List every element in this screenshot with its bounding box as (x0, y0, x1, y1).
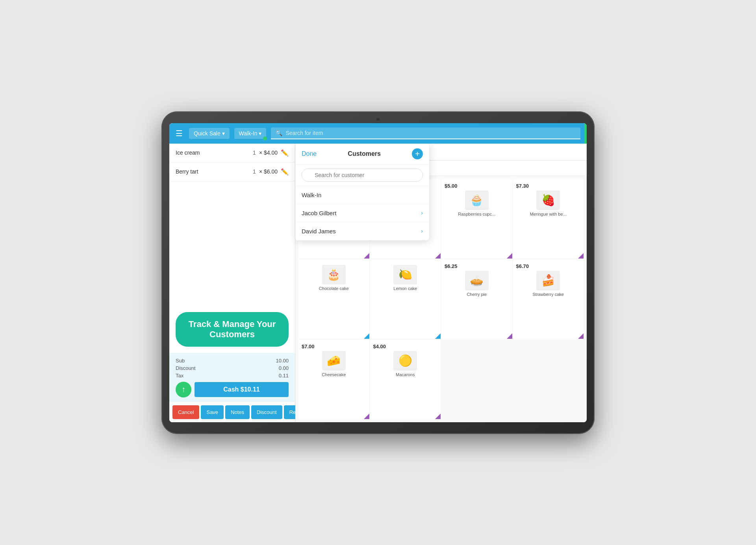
discount-value: 0.00 (279, 365, 289, 371)
product-card-lemon-cake[interactable]: 🍋 Lemon cake (370, 259, 441, 339)
product-tag (578, 333, 584, 339)
cash-button[interactable]: Cash $10.11 (195, 382, 289, 397)
chevron-icon: › (421, 228, 423, 234)
tax-row: Tax 0.11 (176, 373, 289, 379)
order-item: Ice cream 1 × $4.00 ✏️ (169, 144, 295, 163)
order-item: Berry tart 1 × $6.00 ✏️ (169, 163, 295, 181)
quick-sale-button[interactable]: Quick Sale ▾ (189, 128, 230, 139)
item-qty-berry-tart: 1 (253, 168, 256, 175)
product-card[interactable]: $7.30 🍓 Meringue with be... (513, 179, 584, 259)
customer-search-input[interactable] (302, 168, 423, 182)
add-customer-button[interactable]: + (412, 148, 423, 159)
product-image: 🧀 (322, 351, 346, 371)
search-icon: 🔍 (276, 130, 282, 136)
customer-jacob-gilbert[interactable]: Jacob Gilbert › (295, 204, 429, 222)
hamburger-icon[interactable]: ☰ (176, 129, 183, 138)
track-banner-text: Track & Manage Your Customers (189, 319, 276, 339)
product-tag (435, 253, 441, 259)
product-name: Meringue with be... (530, 212, 567, 217)
green-accent-bar (584, 123, 587, 144)
product-image: 🧁 (465, 190, 489, 210)
chevron-icon: › (421, 210, 423, 216)
product-price: $6.25 (445, 263, 458, 269)
customer-dropdown: Done Customers + Walk-In Jacob Gilbert (295, 144, 429, 240)
product-card[interactable]: $6.25 🥧 Cherry pie (441, 259, 512, 339)
action-buttons: Cancel Save Notes Discount Reprint More (169, 402, 295, 422)
top-bar: ☰ Quick Sale ▾ Walk-In ▾ 🔍 (169, 123, 587, 144)
product-image: 🍓 (536, 190, 560, 210)
product-name: Macarons (396, 372, 415, 377)
product-card[interactable]: $5.00 🧁 Raspberries cupc... (441, 179, 512, 259)
product-card[interactable]: $4.00 🟡 Macarons (370, 340, 441, 419)
product-tag (578, 253, 584, 259)
sub-value: 10.00 (276, 358, 289, 364)
product-card-chocolate-cake[interactable]: 🎂 Chocolate cake (298, 259, 369, 339)
product-image: 🟡 (393, 351, 417, 371)
customers-title: Customers (317, 150, 412, 157)
product-price: $7.30 (516, 183, 529, 189)
customer-name-david: David James (302, 228, 421, 235)
item-qty-ice-cream: 1 (253, 150, 256, 156)
cash-up-button[interactable]: ↑ (176, 382, 191, 397)
product-tag (507, 333, 512, 339)
product-image: 🍰 (536, 271, 560, 290)
walk-in-status-dot (263, 137, 267, 140)
customer-name-jacob: Jacob Gilbert (302, 210, 421, 216)
customer-walk-in[interactable]: Walk-In (295, 186, 429, 204)
item-search-input[interactable] (285, 130, 576, 136)
save-button[interactable]: Save (201, 405, 224, 419)
product-name: Raspberries cupc... (458, 212, 495, 217)
product-name-lemon-cake: Lemon cake (393, 286, 417, 291)
product-price: $6.70 (516, 263, 529, 269)
order-items-list: Ice cream 1 × $4.00 ✏️ Berry tart 1 × $6… (169, 144, 295, 306)
product-tag (435, 333, 441, 339)
discount-label: Discount (176, 365, 196, 371)
dropdown-header: Done Customers + (295, 144, 429, 164)
done-button[interactable]: Done (302, 150, 317, 157)
sub-total-row: Sub 10.00 (176, 358, 289, 364)
totals-section: Sub 10.00 Discount 0.00 Tax 0.11 ↑ Cash … (169, 353, 295, 402)
product-image: 🥧 (465, 271, 489, 290)
edit-icon-ice-cream[interactable]: ✏️ (281, 149, 289, 157)
left-panel: Ice cream 1 × $4.00 ✏️ Berry tart 1 × $6… (169, 144, 295, 422)
track-manage-banner[interactable]: Track & Manage Your Customers (176, 312, 289, 347)
item-name-ice-cream: Ice cream (176, 150, 250, 156)
product-price: $7.00 (302, 344, 315, 349)
tax-value: 0.11 (279, 373, 289, 379)
customer-name-walk-in: Walk-In (302, 192, 423, 198)
tablet-device: ☰ Quick Sale ▾ Walk-In ▾ 🔍 Ice cream 1 (161, 111, 595, 434)
product-name: Cheesecake (322, 372, 346, 377)
item-search-bar[interactable]: 🔍 (271, 127, 580, 139)
product-tag (364, 253, 369, 259)
notes-button[interactable]: Notes (225, 405, 250, 419)
tablet-camera (376, 118, 380, 121)
product-tag (364, 333, 369, 339)
product-tag (507, 253, 512, 259)
discount-row: Discount 0.00 (176, 365, 289, 371)
edit-icon-berry-tart[interactable]: ✏️ (281, 168, 289, 176)
walk-in-button[interactable]: Walk-In ▾ (234, 128, 267, 139)
discount-button[interactable]: Discount (251, 405, 282, 419)
right-panel: Done Customers + Walk-In Jacob Gilbert (295, 144, 587, 422)
tablet-screen: ☰ Quick Sale ▾ Walk-In ▾ 🔍 Ice cream 1 (169, 123, 587, 422)
product-tag (364, 414, 369, 419)
product-name: Cherry pie (467, 292, 487, 297)
product-image: 🎂 (322, 265, 346, 285)
main-content: Ice cream 1 × $4.00 ✏️ Berry tart 1 × $6… (169, 144, 587, 422)
customer-search-area (295, 164, 429, 186)
cancel-button[interactable]: Cancel (172, 405, 199, 419)
item-price-berry-tart: × $6.00 (259, 168, 278, 175)
product-image: 🍋 (393, 265, 417, 285)
product-name-chocolate-cake: Chocolate cake (319, 286, 349, 291)
product-card[interactable]: $7.00 🧀 Cheesecake (298, 340, 369, 419)
cash-row: ↑ Cash $10.11 (176, 382, 289, 397)
product-tag (435, 414, 441, 419)
tax-label: Tax (176, 373, 183, 379)
item-name-berry-tart: Berry tart (176, 168, 250, 175)
sub-label: Sub (176, 358, 185, 364)
customer-search-wrap (302, 168, 423, 182)
product-price: $4.00 (373, 344, 386, 349)
product-card[interactable]: $6.70 🍰 Strawberry cake (513, 259, 584, 339)
customer-david-james[interactable]: David James › (295, 222, 429, 240)
product-price: $5.00 (445, 183, 458, 189)
